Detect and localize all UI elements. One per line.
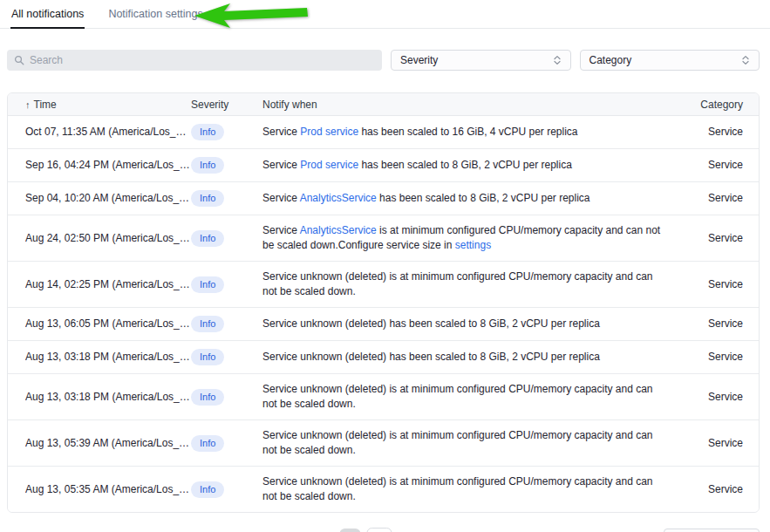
search-icon [14, 55, 24, 65]
cell-severity: Info [191, 182, 262, 215]
severity-badge: Info [191, 276, 224, 293]
table-row[interactable]: Aug 13, 05:35 AM (America/Los_…InfoServi… [8, 467, 759, 512]
cell-notify-when: Service unknown (deleted) has been scale… [262, 342, 664, 372]
green-arrow-shape [194, 3, 308, 28]
cell-category: Service [664, 150, 743, 181]
table-body: Oct 07, 11:35 AM (America/Los_…InfoServi… [8, 116, 759, 512]
severity-badge: Info [191, 349, 224, 365]
cell-time: Aug 13, 03:18 PM (America/Los_… [25, 382, 191, 413]
notifications-table: ↑ Time Severity Notify when Category Oct… [7, 92, 760, 513]
search-box[interactable] [7, 50, 382, 71]
table-row[interactable]: Aug 24, 02:50 PM (America/Los_…InfoServi… [8, 215, 759, 262]
notify-text: Service unknown (deleted) is at minimum … [262, 475, 653, 502]
cell-severity: Info [191, 427, 262, 460]
column-header-notify-when[interactable]: Notify when [262, 99, 664, 111]
notify-text: Service unknown (deleted) is at minimum … [262, 429, 653, 456]
cell-time: Aug 13, 05:39 AM (America/Los_… [25, 428, 191, 459]
cell-time: Aug 13, 05:35 AM (America/Los_… [25, 474, 191, 505]
cell-severity: Info [191, 341, 262, 373]
table-row[interactable]: Aug 13, 05:39 AM (America/Los_…InfoServi… [8, 420, 759, 467]
notify-link[interactable]: Prod service [300, 126, 358, 138]
severity-badge: Info [191, 124, 224, 140]
cell-time: Aug 13, 06:05 PM (America/Los_… [25, 309, 191, 339]
cell-time: Sep 16, 04:24 PM (America/Los_… [25, 150, 191, 181]
cell-notify-when: Service unknown (deleted) is at minimum … [262, 374, 664, 419]
notify-link[interactable]: settings [455, 239, 491, 251]
filter-bar: Severity Category [7, 50, 760, 71]
notify-text: has been scaled to 16 GiB, 4 vCPU per re… [358, 126, 577, 138]
cell-time: Sep 04, 10:20 AM (America/Los_… [25, 183, 191, 214]
cell-time: Aug 14, 02:25 PM (America/Los_… [25, 269, 191, 300]
severity-badge: Info [191, 481, 224, 498]
cell-time: Aug 24, 02:50 PM (America/Los_… [25, 223, 191, 254]
page-number-input[interactable] [366, 528, 392, 532]
cell-notify-when: Service Prod service has been scaled to … [262, 117, 664, 147]
notify-text: has been scaled to 8 GiB, 2 vCPU per rep… [377, 192, 590, 204]
cell-severity: Info [191, 308, 262, 340]
table-row[interactable]: Sep 04, 10:20 AM (America/Los_…InfoServi… [8, 182, 759, 215]
cell-notify-when: Service Prod service has been scaled to … [262, 150, 664, 181]
search-input[interactable] [30, 54, 375, 66]
tab-all-notifications[interactable]: All notifications [10, 0, 85, 29]
severity-badge: Info [191, 230, 224, 247]
previous-page-button[interactable]: ‹ [339, 529, 360, 532]
cell-category: Service [664, 474, 743, 505]
column-header-severity[interactable]: Severity [191, 99, 262, 111]
table-row[interactable]: Aug 14, 02:25 PM (America/Los_…InfoServi… [8, 262, 759, 308]
tab-notification-settings[interactable]: Notification settings [107, 0, 203, 29]
notify-text: Service unknown (deleted) has been scale… [262, 351, 600, 363]
cell-category: Service [664, 183, 743, 214]
cell-severity: Info [191, 474, 262, 506]
severity-badge: Info [191, 316, 224, 332]
cell-notify-when: Service AnalyticsService is at minimum c… [262, 215, 664, 261]
sort-ascending-icon: ↑ [25, 99, 31, 110]
notify-text: Service [262, 192, 300, 204]
cell-severity: Info [191, 381, 262, 413]
severity-filter-select[interactable]: Severity [391, 50, 571, 71]
severity-badge: Info [191, 157, 224, 174]
cell-notify-when: Service AnalyticsService has been scaled… [262, 183, 664, 214]
column-header-time[interactable]: ↑ Time [25, 99, 191, 111]
cell-category: Service [664, 428, 743, 459]
tab-bar: All notifications Notification settings [0, 0, 770, 29]
notify-link[interactable]: AnalyticsService [300, 224, 377, 236]
table-row[interactable]: Sep 16, 04:24 PM (America/Los_…InfoServi… [8, 149, 759, 182]
severity-badge: Info [191, 190, 224, 207]
category-filter-label: Category [589, 54, 632, 66]
severity-badge: Info [191, 435, 224, 452]
cell-severity: Info [191, 149, 262, 181]
cell-severity: Info [191, 222, 262, 255]
chevron-updown-icon [741, 55, 750, 65]
table-row[interactable]: Aug 13, 06:05 PM (America/Los_…InfoServi… [8, 308, 759, 341]
cell-notify-when: Service unknown (deleted) is at minimum … [262, 467, 664, 512]
column-header-category[interactable]: Category [664, 99, 743, 111]
notify-link[interactable]: Prod service [300, 159, 358, 171]
cell-notify-when: Service unknown (deleted) has been scale… [262, 309, 664, 339]
table-header: ↑ Time Severity Notify when Category [8, 93, 759, 116]
cell-severity: Info [191, 116, 262, 148]
severity-badge: Info [191, 389, 224, 406]
cell-notify-when: Service unknown (deleted) is at minimum … [262, 420, 664, 466]
page-size-select[interactable]: 10 rows [664, 529, 760, 532]
cell-category: Service [664, 117, 743, 147]
cell-category: Service [664, 223, 743, 254]
notify-link[interactable]: AnalyticsService [300, 192, 377, 204]
cell-time: Oct 07, 11:35 AM (America/Los_… [25, 117, 191, 147]
pagination: ‹ of 2 › [339, 528, 427, 532]
chevron-updown-icon [553, 55, 562, 65]
green-arrow-annotation [194, 3, 309, 29]
notify-text: Service [262, 159, 300, 171]
cell-time: Aug 13, 03:18 PM (America/Los_… [25, 342, 191, 372]
table-row[interactable]: Oct 07, 11:35 AM (America/Los_…InfoServi… [8, 116, 759, 149]
column-header-time-label: Time [34, 99, 57, 111]
notify-text: Service unknown (deleted) is at minimum … [262, 383, 653, 410]
cell-category: Service [664, 382, 743, 413]
cell-category: Service [664, 309, 743, 339]
cell-severity: Info [191, 269, 262, 301]
table-row[interactable]: Aug 13, 03:18 PM (America/Los_…InfoServi… [8, 341, 759, 374]
category-filter-select[interactable]: Category [580, 50, 760, 71]
notify-text: Service unknown (deleted) has been scale… [262, 317, 600, 330]
notify-text: Service unknown (deleted) is at minimum … [262, 270, 653, 297]
cell-category: Service [664, 342, 743, 372]
table-row[interactable]: Aug 13, 03:18 PM (America/Los_…InfoServi… [8, 374, 759, 420]
